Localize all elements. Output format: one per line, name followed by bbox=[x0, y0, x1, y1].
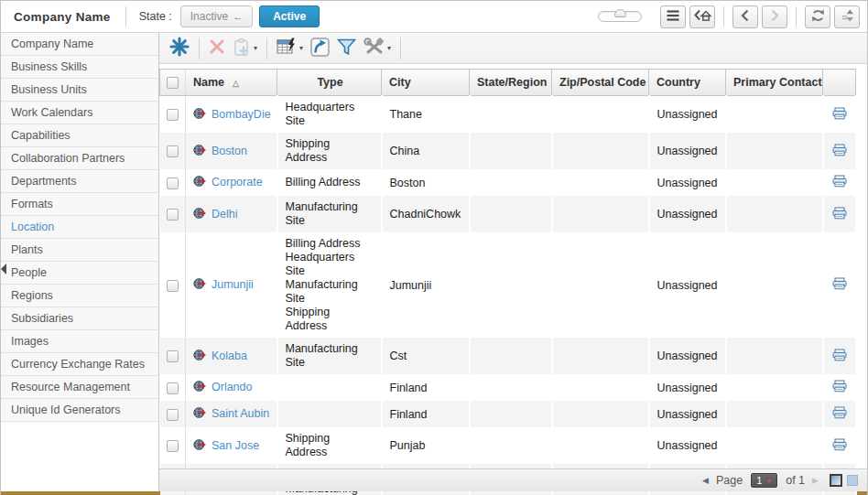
row-checkbox[interactable] bbox=[167, 440, 179, 452]
select-all-checkbox[interactable] bbox=[167, 77, 179, 89]
location-name-link[interactable]: Boston bbox=[212, 145, 247, 157]
slider-knob-icon[interactable] bbox=[614, 9, 626, 17]
page-number-dropdown[interactable]: 1▼ bbox=[751, 473, 777, 488]
home-button[interactable] bbox=[689, 5, 715, 28]
sidebar-item-subsidiaries[interactable]: Subsidiaries bbox=[1, 307, 158, 330]
row-checkbox[interactable] bbox=[167, 178, 179, 189]
menu-button[interactable] bbox=[660, 5, 686, 28]
sidebar-item-departments[interactable]: Departments bbox=[1, 170, 158, 193]
state-active-button[interactable]: Active bbox=[259, 5, 320, 27]
sidebar-item-company-name[interactable]: Company Name bbox=[1, 33, 158, 56]
sidebar-item-images[interactable]: Images bbox=[1, 330, 158, 353]
sidebar-item-work-calendars[interactable]: Work Calendars bbox=[1, 102, 158, 124]
print-icon[interactable] bbox=[832, 351, 847, 364]
table-header-row: Name△ Type City State/Region Zip/Postal … bbox=[160, 70, 856, 96]
location-name-link[interactable]: San Jose bbox=[212, 439, 259, 452]
row-checkbox[interactable] bbox=[167, 145, 179, 157]
print-icon[interactable] bbox=[832, 210, 847, 222]
row-checkbox[interactable] bbox=[167, 209, 179, 221]
print-icon[interactable] bbox=[832, 409, 847, 422]
delete-button[interactable] bbox=[205, 36, 229, 60]
sidebar-collapse-handle[interactable] bbox=[1, 264, 6, 274]
state-label: State : bbox=[139, 10, 172, 23]
row-checkbox[interactable] bbox=[167, 409, 179, 421]
column-header-print bbox=[823, 70, 856, 96]
caret-down-icon: ▾ bbox=[299, 44, 303, 52]
location-name-link[interactable]: Orlando bbox=[212, 381, 252, 393]
type-cell: Billing Address bbox=[277, 169, 382, 196]
create-button[interactable] bbox=[166, 34, 193, 62]
table-adjust-button[interactable] bbox=[834, 5, 860, 28]
country-cell: Unassigned bbox=[649, 96, 726, 134]
wrench-hammer-icon bbox=[363, 38, 385, 59]
row-checkbox[interactable] bbox=[167, 280, 179, 292]
sidebar-item-resource-management[interactable]: Resource Management bbox=[1, 376, 158, 399]
clipboard-plus-icon bbox=[233, 38, 251, 59]
print-icon[interactable] bbox=[832, 110, 847, 123]
print-icon[interactable] bbox=[832, 280, 847, 293]
column-header-name[interactable]: Name△ bbox=[186, 70, 277, 96]
city-cell: Thane bbox=[382, 96, 470, 134]
prev-page-arrow-icon[interactable]: ◀ bbox=[702, 476, 709, 485]
sidebar-item-collaboration-partners[interactable]: Collaboration Partners bbox=[1, 147, 158, 170]
sidebar-item-business-units[interactable]: Business Units bbox=[1, 79, 158, 102]
location-name-link[interactable]: Jumunjii bbox=[212, 278, 254, 291]
sidebar-item-unique-id-generators[interactable]: Unique Id Generators bbox=[1, 399, 158, 422]
sidebar-item-label: Resource Management bbox=[11, 381, 130, 393]
zoom-slider[interactable] bbox=[598, 11, 642, 22]
type-cell: Headquarters Site bbox=[277, 96, 382, 134]
print-icon[interactable] bbox=[832, 178, 847, 190]
row-checkbox[interactable] bbox=[167, 382, 179, 394]
paste-add-button[interactable]: ▾ bbox=[229, 35, 261, 62]
print-icon[interactable] bbox=[832, 441, 847, 454]
country-cell: Unassigned bbox=[649, 196, 726, 232]
sidebar-item-regions[interactable]: Regions bbox=[1, 285, 158, 307]
column-header-type[interactable]: Type bbox=[277, 70, 382, 96]
location-name-link[interactable]: Saint Aubin bbox=[212, 407, 269, 420]
column-header-primary-contact[interactable]: Primary Contact bbox=[726, 70, 823, 96]
single-page-view-icon[interactable] bbox=[830, 474, 842, 487]
sidebar-item-people[interactable]: People bbox=[1, 262, 158, 285]
toolbar-divider bbox=[199, 38, 200, 59]
mass-update-button[interactable]: ▾ bbox=[273, 35, 307, 61]
sidebar-item-formats[interactable]: Formats bbox=[1, 193, 158, 216]
back-button[interactable] bbox=[732, 5, 758, 28]
sidebar-item-label: People bbox=[11, 266, 47, 279]
sidebar-item-plants[interactable]: Plants bbox=[1, 239, 158, 262]
sidebar-item-label: Capabilities bbox=[11, 129, 71, 142]
column-header-zip-postal-code[interactable]: Zip/Postal Code bbox=[552, 70, 649, 96]
forward-button[interactable] bbox=[762, 5, 787, 28]
column-header-country[interactable]: Country bbox=[649, 70, 726, 96]
location-name-link[interactable]: BombayDie bbox=[212, 108, 271, 121]
open-navigate-button[interactable] bbox=[307, 35, 333, 62]
sidebar-item-label: Formats bbox=[11, 198, 53, 210]
location-globe-icon bbox=[193, 146, 206, 159]
sidebar-item-location[interactable]: Location bbox=[1, 216, 158, 239]
tools-button[interactable]: ▾ bbox=[360, 35, 395, 61]
location-name-link[interactable]: Kolaba bbox=[212, 350, 247, 362]
multi-page-view-icon[interactable] bbox=[847, 475, 858, 486]
refresh-button[interactable] bbox=[805, 5, 830, 28]
column-header-city[interactable]: City bbox=[382, 70, 470, 96]
type-cell bbox=[277, 401, 382, 427]
zip-postal-code-cell bbox=[552, 169, 649, 196]
country-cell: Unassigned bbox=[649, 427, 726, 464]
sidebar-item-currency-exchange-rates[interactable]: Currency Exchange Rates bbox=[1, 353, 158, 376]
state-inactive-button[interactable]: Inactive← bbox=[180, 5, 253, 27]
home-icon bbox=[693, 8, 711, 25]
column-header-state-region[interactable]: State/Region bbox=[470, 70, 552, 96]
row-checkbox[interactable] bbox=[167, 350, 179, 362]
print-icon[interactable] bbox=[832, 382, 847, 395]
next-page-arrow-icon[interactable]: ▶ bbox=[812, 476, 819, 485]
print-icon[interactable] bbox=[832, 146, 847, 159]
row-checkbox[interactable] bbox=[167, 109, 179, 121]
sidebar-item-business-skills[interactable]: Business Skills bbox=[1, 56, 158, 79]
primary-contact-cell bbox=[726, 133, 823, 169]
location-name-link[interactable]: Delhi bbox=[212, 208, 238, 221]
sidebar-item-capabilities[interactable]: Capabilities bbox=[1, 124, 158, 147]
filter-button[interactable] bbox=[333, 36, 360, 61]
primary-contact-cell bbox=[726, 374, 823, 401]
location-name-link[interactable]: Corporate bbox=[212, 176, 263, 188]
nav-divider bbox=[796, 6, 797, 27]
sidebar-item-label: Location bbox=[11, 221, 54, 233]
